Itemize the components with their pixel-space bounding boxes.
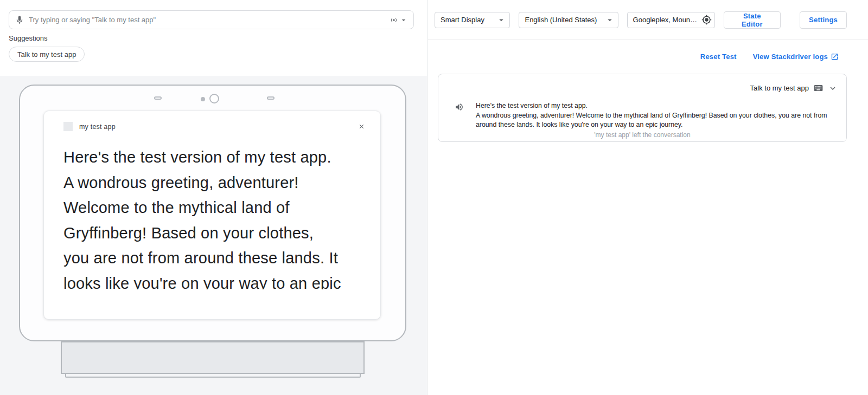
caret-down-icon (605, 15, 615, 25)
settings-button[interactable]: Settings (800, 11, 847, 29)
display-app-title: my test app (79, 123, 116, 131)
device-base (65, 373, 361, 378)
view-stackdriver-logs-link[interactable]: View Stackdriver logs (753, 53, 839, 61)
conversation-card: Talk to my test app Here's the test vers… (438, 74, 847, 142)
volume-icon[interactable] (455, 102, 464, 112)
location-value: Googleplex, Mountain ... (633, 16, 699, 24)
device-sensor-dot (201, 97, 205, 101)
suggestion-chip[interactable]: Talk to my test app (9, 47, 85, 62)
conversation-status: 'my test app' left the conversation (438, 131, 846, 139)
query-input[interactable] (29, 16, 389, 24)
close-icon[interactable] (358, 123, 365, 130)
mic-icon[interactable] (15, 15, 24, 25)
audio-output-icon (389, 15, 399, 25)
actions-simulator: Suggestions Talk to my test app my test … (0, 0, 868, 395)
agent-response-text: Here's the test version of my test app. … (476, 101, 837, 130)
response-line-1: Here's the test version of my test app. (476, 101, 837, 111)
reset-test-link[interactable]: Reset Test (700, 53, 737, 61)
view-stackdriver-logs-label: View Stackdriver logs (753, 53, 828, 61)
device-stand (61, 341, 365, 374)
device-sensor-right (267, 96, 275, 100)
simulator-toolbar: Smart Display English (United States) Go… (428, 0, 868, 40)
response-line-2: A wondrous greeting, adventurer! Welcome… (476, 111, 837, 130)
caret-down-icon (496, 15, 506, 25)
device-sensor-left (154, 96, 162, 100)
display-response-text: Here's the test version of my test app. … (63, 145, 371, 289)
display-screen-card: my test app Here's the test version of m… (43, 111, 381, 320)
language-select[interactable]: English (United States) (519, 12, 618, 28)
device-camera (209, 94, 219, 103)
chevron-down-icon[interactable] (828, 83, 838, 93)
state-editor-button[interactable]: State Editor (724, 11, 781, 29)
user-query-row[interactable]: Talk to my test app (750, 83, 838, 93)
app-icon-placeholder (63, 122, 73, 131)
simulator-output-panel: Smart Display English (United States) Go… (428, 0, 868, 395)
device-preview-area: my test app Here's the test version of m… (0, 76, 427, 395)
audio-output-control[interactable] (389, 15, 408, 25)
surface-select-value: Smart Display (441, 16, 484, 24)
smart-display-frame: my test app Here's the test version of m… (19, 85, 406, 341)
test-actions-row: Reset Test View Stackdriver logs (700, 53, 839, 61)
query-bar[interactable] (9, 10, 414, 29)
caret-down-icon (399, 16, 408, 24)
user-query-text: Talk to my test app (750, 84, 809, 92)
location-field[interactable]: Googleplex, Mountain ... (627, 12, 715, 28)
agent-response-row: Here's the test version of my test app. … (455, 101, 837, 130)
keyboard-icon (813, 83, 824, 93)
my-location-icon[interactable] (701, 15, 712, 25)
simulator-input-panel: Suggestions Talk to my test app my test … (0, 0, 427, 395)
language-select-value: English (United States) (525, 16, 597, 24)
external-link-icon (831, 53, 839, 61)
surface-select[interactable]: Smart Display (435, 12, 510, 28)
suggestions-label: Suggestions (9, 34, 48, 42)
display-header: my test app (44, 111, 380, 131)
